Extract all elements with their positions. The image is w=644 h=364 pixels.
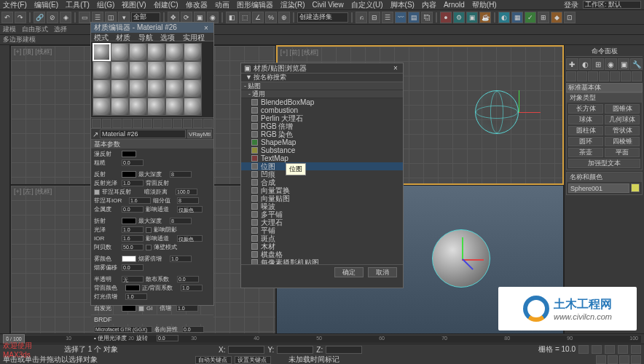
- mat-slot-18[interactable]: [184, 79, 202, 98]
- btn-torus[interactable]: 圆环: [568, 137, 603, 146]
- menu-create[interactable]: 创建(C): [154, 0, 178, 10]
- rollout-basic-params[interactable]: 基本参数: [91, 140, 213, 149]
- tool-f[interactable]: ⊡: [564, 12, 576, 23]
- vp-left-label[interactable]: [+] [左] [线框]: [14, 187, 52, 197]
- browser-titlebar[interactable]: ▣ 材质/贴图浏览器 ×: [241, 63, 403, 74]
- tab-hierarchy[interactable]: ⊞: [592, 58, 604, 70]
- cat-space[interactable]: [621, 71, 631, 82]
- bind-button[interactable]: ◈: [60, 12, 71, 23]
- browser-close[interactable]: ×: [391, 64, 400, 72]
- map-blendedbox[interactable]: BlendedBoxMap: [241, 98, 403, 106]
- mat-slot-24[interactable]: [184, 98, 202, 116]
- selection-set-field[interactable]: [297, 12, 348, 23]
- mat-slot-22[interactable]: [147, 98, 165, 116]
- curve-editor-button[interactable]: 〰: [395, 12, 407, 23]
- menu-arnold[interactable]: Arnold: [444, 1, 465, 9]
- mat-menu-material[interactable]: 材质(M): [116, 33, 134, 41]
- mat-slot-7[interactable]: [93, 61, 111, 79]
- map-shapemap[interactable]: ShapeMap: [241, 138, 403, 146]
- x-field[interactable]: [228, 346, 264, 354]
- si-mult-spinner[interactable]: 1.0: [176, 305, 198, 312]
- btn-cylinder[interactable]: 圆柱体: [568, 126, 603, 135]
- abbe-spinner[interactable]: 50.0: [122, 244, 144, 250]
- affect-dropdown[interactable]: 仅颜色: [177, 206, 203, 213]
- z-field[interactable]: [326, 346, 362, 354]
- undo-button[interactable]: ↶: [1, 12, 13, 23]
- mat-slot-12[interactable]: [184, 61, 202, 79]
- angle-snap-button[interactable]: ∠: [252, 12, 264, 23]
- refl-gloss-spinner[interactable]: 1.0: [122, 180, 144, 186]
- render-button[interactable]: ☕: [479, 12, 491, 23]
- mat-menu-opts[interactable]: 选项(O): [160, 33, 178, 41]
- menu-custom[interactable]: 自定义(U): [351, 0, 383, 10]
- menu-graph[interactable]: 图形编辑器: [237, 0, 273, 10]
- rough-spinner[interactable]: 0.0: [122, 159, 144, 166]
- menu-modifiers[interactable]: 修改器: [186, 0, 208, 10]
- mat-slot-9[interactable]: [129, 61, 147, 79]
- fog-bias-spinner[interactable]: 0.0: [122, 264, 144, 271]
- login-link[interactable]: 登录: [564, 0, 578, 10]
- browser-search[interactable]: ▼ 按名称搜索: [241, 74, 403, 82]
- cat-shapes[interactable]: [577, 71, 587, 82]
- autokey-button[interactable]: 自动关键点: [195, 356, 232, 364]
- mat-slot-6[interactable]: [184, 43, 202, 61]
- fwd-spinner[interactable]: 1.0: [181, 285, 203, 291]
- rollout-object-type[interactable]: 对象类型: [567, 93, 642, 103]
- setkey-button[interactable]: 设置关键点: [235, 356, 271, 364]
- mat-select-button[interactable]: [193, 119, 203, 128]
- mat-slot-10[interactable]: [147, 61, 165, 79]
- cat-cameras[interactable]: [599, 71, 609, 82]
- mat-slot-16[interactable]: [147, 79, 165, 98]
- mat-slot-23[interactable]: [165, 98, 184, 116]
- menu-anim[interactable]: 动画: [215, 0, 229, 10]
- link-button[interactable]: 🔗: [34, 12, 45, 23]
- nav-pan-button[interactable]: [596, 355, 606, 364]
- tab-display[interactable]: ▣: [618, 58, 630, 70]
- menu-group[interactable]: 组(G): [97, 0, 114, 10]
- mat-showend-button[interactable]: [153, 119, 162, 128]
- mat-nav-icon[interactable]: ↗: [93, 130, 98, 138]
- nav-orbit-button[interactable]: [619, 355, 629, 364]
- menu-edit[interactable]: 编辑(E): [34, 0, 58, 10]
- play-button[interactable]: [605, 345, 615, 354]
- menu-content[interactable]: 内容: [422, 0, 436, 10]
- tab-utilities[interactable]: 🔧: [630, 58, 643, 70]
- refl-maxdepth-spinner[interactable]: 8: [170, 171, 192, 178]
- mat-slot-19[interactable]: [93, 98, 111, 116]
- mat-slot-14[interactable]: [111, 79, 129, 98]
- mat-reset-button[interactable]: [122, 119, 132, 128]
- btn-geosphere[interactable]: 几何球体: [605, 115, 640, 124]
- btn-cone[interactable]: 圆锥体: [605, 104, 640, 114]
- mat-slot-11[interactable]: [165, 61, 184, 79]
- gi-check[interactable]: [138, 306, 144, 312]
- mirror-button[interactable]: ⎌: [356, 12, 367, 23]
- fresnel-check[interactable]: [94, 189, 100, 195]
- mat-menu-mode[interactable]: 模式(D): [94, 33, 111, 41]
- map-perpixelcam[interactable]: 每像素摄影机贴图: [241, 258, 403, 264]
- cat-helpers[interactable]: [610, 71, 620, 82]
- refr-md-spinner[interactable]: 8: [170, 218, 192, 224]
- btn-plane[interactable]: 平面: [605, 148, 640, 157]
- mat-get-button[interactable]: [92, 119, 101, 128]
- mat-slot-5[interactable]: [165, 43, 184, 61]
- refr-ior-spinner[interactable]: 1.6: [122, 235, 144, 242]
- brdf-type-dropdown[interactable]: Microfacet GTR (GGX): [94, 326, 152, 333]
- rollout-name-color[interactable]: 名称和颜色: [567, 173, 642, 182]
- ribbon-freeform[interactable]: 自由形式: [22, 25, 48, 34]
- btn-textplus[interactable]: 加强型文本: [568, 159, 640, 168]
- cat-general[interactable]: - 通用: [241, 90, 403, 98]
- fog-mult-spinner[interactable]: 1.0: [170, 256, 192, 262]
- diffuse-swatch[interactable]: [122, 151, 136, 157]
- menu-script[interactable]: 脚本(S): [390, 0, 415, 10]
- tool-b[interactable]: ▦: [511, 12, 523, 23]
- mat-slot-20[interactable]: [111, 98, 129, 116]
- nav-zoom-button[interactable]: [608, 355, 618, 364]
- thin-check[interactable]: [146, 245, 152, 250]
- map-rgbtint[interactable]: RGB 染色: [241, 130, 403, 138]
- tool-a[interactable]: ◐: [498, 12, 510, 23]
- tab-create[interactable]: ✚: [566, 58, 578, 70]
- tab-motion[interactable]: ◉: [605, 58, 617, 70]
- vp-front-label[interactable]: [+] [前] [线框]: [280, 48, 318, 58]
- mat-slot-4[interactable]: [147, 43, 165, 61]
- mat-slot-21[interactable]: [129, 98, 147, 116]
